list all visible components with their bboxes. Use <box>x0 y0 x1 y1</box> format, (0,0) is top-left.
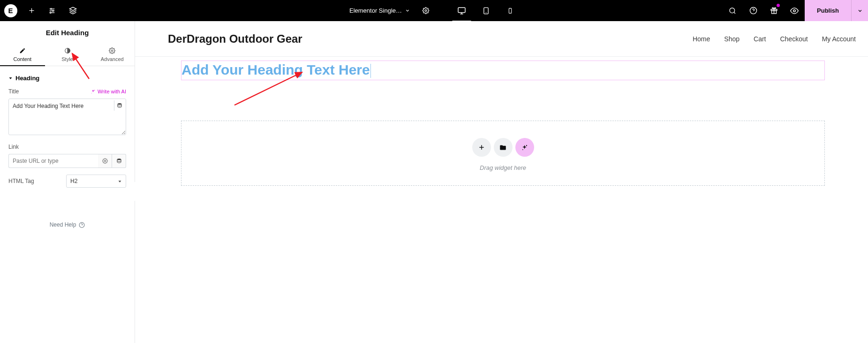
plus-icon <box>478 144 485 151</box>
preview-area: DerDragon Outdoor Gear Home Shop Cart Ch… <box>135 21 868 343</box>
panel-title: Edit Heading <box>0 21 135 43</box>
chevron-down-icon <box>857 8 863 14</box>
title-label: Title <box>8 88 19 95</box>
build-with-ai-button[interactable] <box>515 138 534 157</box>
publish-button[interactable]: Publish <box>805 0 851 21</box>
need-help-link[interactable]: Need Help <box>8 194 126 228</box>
help-icon <box>749 7 757 15</box>
site-header: DerDragon Outdoor Gear Home Shop Cart Ch… <box>135 21 868 57</box>
svg-marker-33 <box>119 181 121 183</box>
site-nav: Home Shop Cart Checkout My Account <box>693 35 856 43</box>
html-tag-value: H2 <box>70 178 77 184</box>
site-settings-button[interactable] <box>42 0 62 21</box>
tab-content[interactable]: Content <box>0 43 45 66</box>
html-tag-label: HTML Tag <box>8 178 34 184</box>
finder-button[interactable] <box>722 0 743 21</box>
preview-button[interactable] <box>784 0 805 21</box>
topbar-center: Elementor Single… <box>346 0 522 21</box>
gear-icon <box>109 47 115 54</box>
link-input[interactable] <box>8 154 98 168</box>
field-html-tag: HTML Tag H2 <box>8 175 126 188</box>
layers-icon <box>69 7 77 15</box>
elementor-logo[interactable]: E <box>0 0 21 21</box>
notification-dot <box>777 4 780 7</box>
publish-group: Publish <box>805 0 868 21</box>
panel-tabs: Content Style Advanced <box>0 43 135 66</box>
svg-rect-10 <box>458 8 465 13</box>
tablet-icon <box>482 7 490 15</box>
svg-point-17 <box>730 8 735 13</box>
nav-shop[interactable]: Shop <box>724 35 740 43</box>
title-input[interactable] <box>8 99 126 135</box>
device-tablet[interactable] <box>474 0 498 21</box>
tab-content-label: Content <box>14 56 32 62</box>
gift-icon <box>770 7 778 15</box>
document-title-dropdown[interactable]: Elementor Single… <box>346 7 414 14</box>
publish-options-button[interactable] <box>851 0 868 21</box>
svg-point-38 <box>526 145 527 146</box>
nav-home[interactable]: Home <box>693 35 710 43</box>
responsive-devices <box>449 0 522 21</box>
help-button[interactable] <box>743 0 763 21</box>
site-title[interactable]: DerDragon Outdoor Gear <box>168 32 302 46</box>
plus-icon <box>28 7 35 14</box>
link-options-button[interactable] <box>98 154 112 168</box>
html-tag-select[interactable]: H2 <box>66 175 126 188</box>
chevron-down-icon <box>405 8 410 13</box>
link-dynamic-button[interactable] <box>112 154 126 168</box>
elementor-logo-letter: E <box>4 4 17 17</box>
topbar-right: Publish <box>722 0 868 21</box>
section-body: Title Write with AI Link <box>0 88 135 228</box>
desktop-icon <box>457 7 466 15</box>
caret-down-icon <box>8 76 13 80</box>
folder-icon <box>499 144 506 151</box>
drop-area[interactable]: Drag widget here <box>181 121 825 186</box>
nav-my-account[interactable]: My Account <box>822 35 856 43</box>
svg-rect-13 <box>483 8 488 14</box>
device-mobile[interactable] <box>498 0 522 21</box>
tab-style[interactable]: Style <box>45 43 90 66</box>
section-heading-toggle[interactable]: Heading <box>0 66 135 88</box>
add-element-button[interactable] <box>472 138 491 157</box>
gear-icon <box>423 7 430 14</box>
svg-point-9 <box>425 10 427 12</box>
heading-text[interactable]: Add Your Heading Text Here <box>181 62 370 77</box>
add-widget-button[interactable] <box>21 0 42 21</box>
svg-line-18 <box>734 12 735 14</box>
page-settings-button[interactable] <box>417 0 434 21</box>
drop-area-actions <box>181 138 824 157</box>
add-template-button[interactable] <box>494 138 513 157</box>
caret-down-icon <box>118 179 122 183</box>
svg-point-39 <box>522 149 523 150</box>
svg-marker-27 <box>9 77 12 79</box>
text-caret <box>370 64 371 78</box>
svg-point-32 <box>117 159 121 160</box>
svg-point-30 <box>118 103 121 105</box>
contrast-icon <box>64 47 71 54</box>
editor-panel: Edit Heading Content Style Advanced Head… <box>0 21 135 343</box>
svg-point-5 <box>53 10 54 11</box>
help-icon <box>79 222 85 228</box>
svg-point-24 <box>793 9 796 12</box>
heading-widget[interactable]: Add Your Heading Text Here <box>181 61 825 80</box>
svg-point-3 <box>51 8 52 9</box>
svg-marker-8 <box>69 7 76 10</box>
search-icon <box>729 7 736 15</box>
nav-cart[interactable]: Cart <box>754 35 766 43</box>
device-desktop[interactable] <box>449 0 474 21</box>
svg-point-28 <box>94 90 95 90</box>
gear-icon <box>102 158 108 164</box>
field-link: Link <box>8 144 126 168</box>
title-dynamic-button[interactable] <box>114 100 124 111</box>
write-with-ai-button[interactable]: Write with AI <box>91 89 126 94</box>
database-icon <box>116 158 122 164</box>
nav-checkout[interactable]: Checkout <box>780 35 808 43</box>
tab-advanced-label: Advanced <box>101 56 124 62</box>
svg-rect-15 <box>509 8 511 13</box>
structure-button[interactable] <box>62 0 83 21</box>
svg-point-29 <box>91 93 92 93</box>
svg-point-26 <box>111 50 113 52</box>
whats-new-button[interactable] <box>763 0 784 21</box>
tab-advanced[interactable]: Advanced <box>90 43 135 66</box>
sliders-icon <box>48 7 56 15</box>
